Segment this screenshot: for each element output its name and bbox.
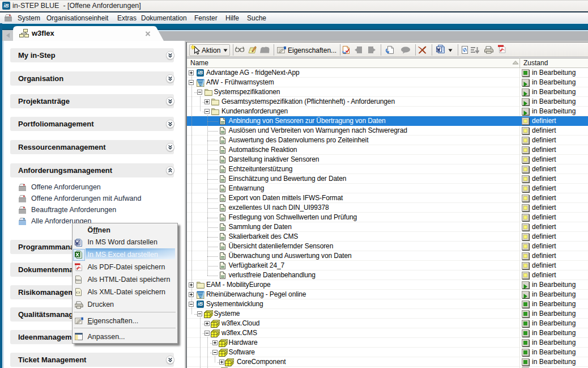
svg-text:htm: htm (76, 278, 82, 282)
